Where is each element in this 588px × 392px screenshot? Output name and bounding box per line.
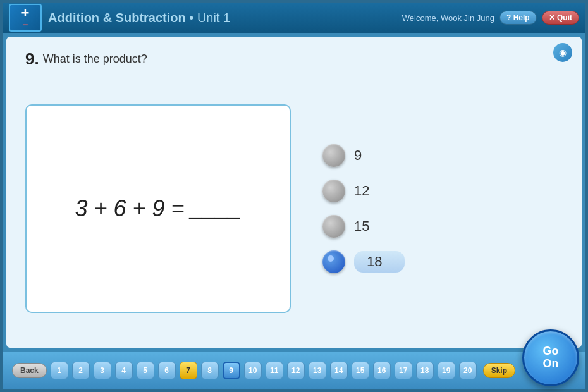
question-number: 9. <box>25 49 39 69</box>
answer-label-15: 15 <box>354 218 405 235</box>
quit-button[interactable]: ✕ Quit <box>542 11 579 25</box>
page-btn-1[interactable]: 1 <box>51 362 68 379</box>
sound-button[interactable] <box>553 43 572 62</box>
page-btn-16[interactable]: 16 <box>373 362 391 379</box>
page-btn-6[interactable]: 6 <box>158 362 176 379</box>
logo-minus: − <box>23 20 28 29</box>
logo-plus: + <box>21 6 30 20</box>
answer-option-12[interactable]: 12 <box>322 180 405 202</box>
back-button[interactable]: Back <box>12 363 47 378</box>
page-btn-12[interactable]: 12 <box>287 362 305 379</box>
question-body: 3 + 6 + 9 = ____ 9 12 15 18 <box>25 82 563 335</box>
page-btn-14[interactable]: 14 <box>330 362 348 379</box>
title-text: Addition & Subtraction <box>48 11 186 25</box>
page-btn-8[interactable]: 8 <box>201 362 219 379</box>
page-btn-3[interactable]: 3 <box>94 362 111 379</box>
radio-18[interactable] <box>322 250 345 273</box>
equation-text: 3 + 6 + 9 = ____ <box>75 195 241 222</box>
page-btn-18[interactable]: 18 <box>416 362 434 379</box>
radio-9[interactable] <box>322 144 345 167</box>
answer-label-18: 18 <box>354 251 405 273</box>
app-title: Addition & Subtraction • Unit 1 <box>48 11 402 25</box>
logo: + − <box>9 4 42 32</box>
page-btn-7[interactable]: 7 <box>180 362 197 379</box>
page-btn-9[interactable]: 9 <box>223 362 240 379</box>
subtitle-text: • Unit 1 <box>189 11 230 25</box>
welcome-text: Welcome, Wook Jin Jung <box>402 13 494 23</box>
answer-option-18[interactable]: 18 <box>322 250 405 273</box>
page-btn-17[interactable]: 17 <box>395 362 412 379</box>
question-text: What is the product? <box>43 52 147 66</box>
content-area: 9. What is the product? 3 + 6 + 9 = ____… <box>6 37 582 348</box>
page-btn-19[interactable]: 19 <box>438 362 455 379</box>
go-on-button[interactable]: Go On <box>522 329 579 386</box>
answer-label-9: 9 <box>354 147 405 164</box>
equation-box: 3 + 6 + 9 = ____ <box>25 104 291 313</box>
bottom-nav: Back 1 2 3 4 5 6 7 8 9 10 11 12 13 14 15… <box>3 352 585 389</box>
skip-button[interactable]: Skip <box>483 363 515 378</box>
answer-option-15[interactable]: 15 <box>322 215 405 238</box>
header: + − Addition & Subtraction • Unit 1 Welc… <box>3 3 585 33</box>
page-btn-11[interactable]: 11 <box>266 362 283 379</box>
go-on-label-1: Go <box>543 345 559 358</box>
radio-12[interactable] <box>322 180 345 202</box>
header-actions: Welcome, Wook Jin Jung ? Help ✕ Quit <box>402 11 579 25</box>
page-btn-15[interactable]: 15 <box>352 362 369 379</box>
help-button[interactable]: ? Help <box>499 11 537 25</box>
answer-option-9[interactable]: 9 <box>322 144 405 167</box>
page-btn-4[interactable]: 4 <box>115 362 133 379</box>
answer-options: 9 12 15 18 <box>322 144 405 273</box>
page-btn-10[interactable]: 10 <box>244 362 262 379</box>
page-btn-13[interactable]: 13 <box>309 362 326 379</box>
page-btn-20[interactable]: 20 <box>459 362 477 379</box>
answer-label-12: 12 <box>354 183 405 199</box>
question-header: 9. What is the product? <box>25 49 563 69</box>
page-btn-5[interactable]: 5 <box>137 362 154 379</box>
app-frame: + − Addition & Subtraction • Unit 1 Welc… <box>0 0 588 392</box>
page-btn-2[interactable]: 2 <box>72 362 90 379</box>
go-on-label-2: On <box>543 358 559 371</box>
radio-15[interactable] <box>322 215 345 238</box>
